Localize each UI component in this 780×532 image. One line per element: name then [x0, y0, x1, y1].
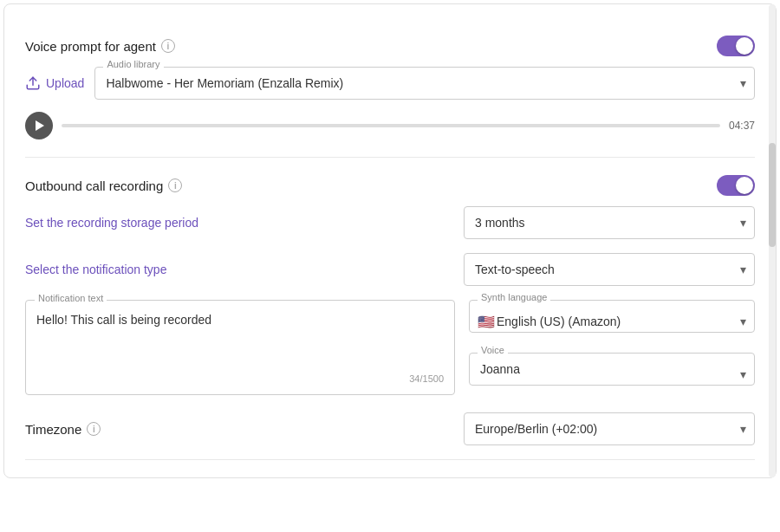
voice-select[interactable]: Joanna	[469, 353, 755, 386]
voice-prompt-info-icon[interactable]: i	[161, 39, 175, 53]
voice-prompt-section: Voice prompt for agent i Upload A	[25, 22, 755, 158]
timezone-title-area: Timezone i	[25, 422, 101, 437]
timezone-row: Timezone i Europe/Berlin (+02:00) ▾	[25, 412, 755, 445]
audio-library-select[interactable]: Halbwome - Her Memoriam (Enzalla Remix)	[94, 67, 755, 100]
outbound-recording-title: Outbound call recording	[25, 178, 163, 193]
notification-type-row: Select the notification type Text-to-spe…	[25, 253, 755, 286]
audio-row: Upload Audio library Halbwome - Her Memo…	[25, 67, 755, 100]
outbound-recording-info-icon[interactable]: i	[168, 178, 182, 192]
notification-text-label: Notification text	[35, 293, 107, 303]
audio-progress-bar[interactable]	[62, 124, 720, 127]
storage-period-label: Set the recording storage period	[25, 216, 198, 230]
voice-field: Voice Joanna ▾	[469, 353, 755, 395]
outbound-recording-section: Outbound call recording i Set the record…	[25, 158, 755, 460]
storage-period-field: 3 months ▾	[464, 206, 755, 239]
upload-icon	[25, 75, 41, 91]
timezone-info-icon[interactable]: i	[87, 422, 101, 436]
timezone-select[interactable]: Europe/Berlin (+02:00)	[464, 412, 755, 445]
voice-label: Voice	[478, 345, 508, 355]
voice-prompt-title-area: Voice prompt for agent i	[25, 39, 175, 54]
notification-text-content[interactable]: Hello! This call is being recorded	[36, 311, 444, 373]
outbound-recording-header: Outbound call recording i	[25, 175, 755, 196]
toggle-thumb	[736, 37, 753, 55]
synth-language-select[interactable]	[469, 300, 755, 333]
audio-library-label: Audio library	[103, 59, 163, 69]
notification-type-field: Text-to-speech ▾	[464, 253, 755, 286]
voice-prompt-header: Voice prompt for agent i	[25, 36, 755, 56]
audio-library-field: Audio library Halbwome - Her Memoriam (E…	[94, 67, 755, 100]
notification-char-count: 34/1500	[36, 373, 444, 384]
notification-text-box: Notification text Hello! This call is be…	[25, 300, 455, 395]
outbound-toggle-thumb	[736, 177, 753, 194]
audio-player: 04:37	[25, 108, 755, 143]
synth-language-label: Synth language	[478, 292, 550, 302]
notification-type-label: Select the notification type	[25, 263, 166, 276]
upload-button[interactable]: Upload	[25, 75, 84, 91]
voice-prompt-toggle[interactable]	[717, 36, 755, 56]
outbound-recording-title-area: Outbound call recording i	[25, 178, 182, 193]
outbound-toggle-track	[717, 175, 755, 196]
storage-period-row: Set the recording storage period 3 month…	[25, 206, 755, 239]
scroll-thumb	[769, 143, 776, 247]
notification-type-select[interactable]: Text-to-speech	[464, 253, 755, 286]
play-button[interactable]	[25, 112, 53, 139]
synth-language-field: Synth language 🇺🇸 English (US) (Amazon) …	[469, 300, 755, 342]
play-icon	[36, 120, 44, 131]
timezone-label: Timezone	[25, 422, 81, 437]
storage-period-select[interactable]: 3 months	[464, 206, 755, 239]
voice-prompt-title: Voice prompt for agent	[25, 39, 156, 54]
synth-voice-area: Synth language 🇺🇸 English (US) (Amazon) …	[469, 300, 755, 395]
audio-duration: 04:37	[729, 120, 755, 132]
scrollbar[interactable]	[769, 4, 776, 477]
notification-area: Notification text Hello! This call is be…	[25, 300, 755, 395]
upload-label: Upload	[46, 76, 84, 90]
toggle-track	[717, 36, 755, 56]
outbound-recording-toggle[interactable]	[717, 175, 755, 196]
timezone-field: Europe/Berlin (+02:00) ▾	[464, 412, 755, 445]
settings-panel: Voice prompt for agent i Upload A	[3, 3, 777, 478]
